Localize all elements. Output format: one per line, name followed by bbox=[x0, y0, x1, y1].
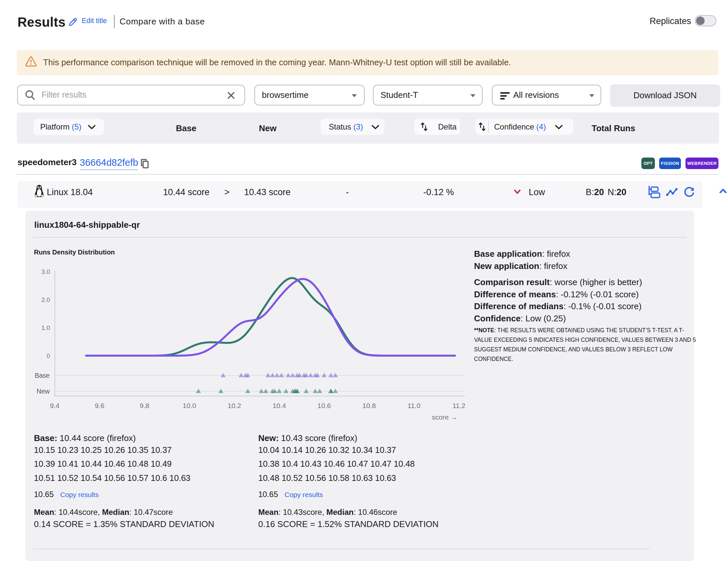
svg-text:10.0: 10.0 bbox=[183, 402, 196, 409]
svg-text:3.0: 3.0 bbox=[42, 268, 50, 275]
svg-text:10.2: 10.2 bbox=[228, 402, 241, 409]
svg-text:11.2: 11.2 bbox=[452, 402, 465, 409]
svg-text:10.6: 10.6 bbox=[318, 402, 331, 409]
svg-text:9.8: 9.8 bbox=[140, 402, 149, 409]
svg-text:New: New bbox=[37, 388, 50, 395]
svg-text:1.0: 1.0 bbox=[42, 324, 50, 331]
svg-text:0: 0 bbox=[46, 352, 50, 359]
svg-text:score →: score → bbox=[432, 413, 458, 421]
svg-text:10.8: 10.8 bbox=[362, 402, 376, 409]
svg-text:11.0: 11.0 bbox=[407, 402, 420, 409]
svg-text:9.4: 9.4 bbox=[50, 402, 60, 409]
svg-text:2.0: 2.0 bbox=[42, 296, 50, 303]
svg-text:9.6: 9.6 bbox=[95, 402, 104, 409]
svg-text:10.4: 10.4 bbox=[272, 402, 286, 409]
svg-text:Base: Base bbox=[35, 372, 50, 379]
